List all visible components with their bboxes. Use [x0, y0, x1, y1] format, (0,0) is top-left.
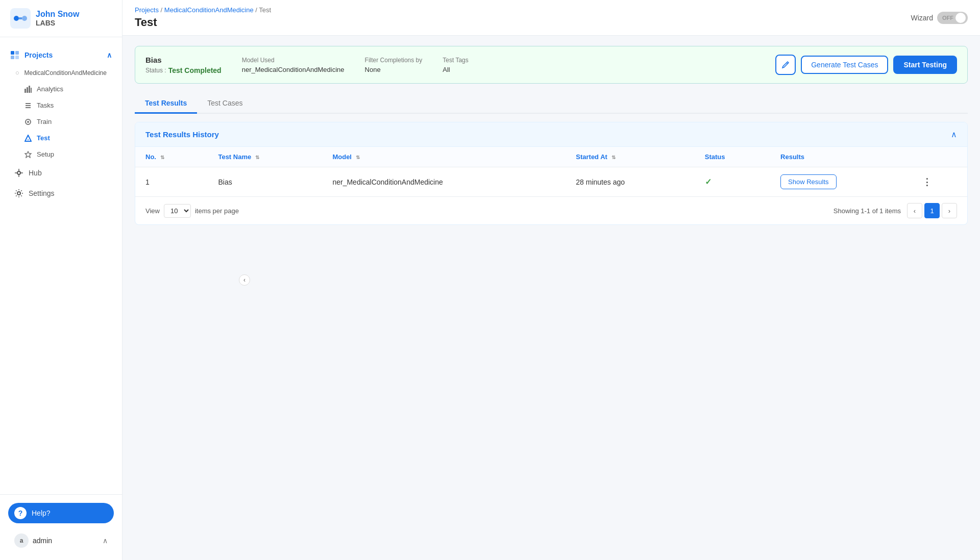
wizard-toggle[interactable]: OFF: [937, 12, 968, 24]
breadcrumb-projects[interactable]: Projects: [135, 6, 159, 14]
breadcrumb: Projects / MedicalConditionAndMedicine /…: [135, 6, 271, 14]
svg-rect-4: [11, 51, 14, 55]
page-header: Projects / MedicalConditionAndMedicine /…: [135, 6, 271, 29]
admin-chevron-icon: ∧: [103, 537, 108, 545]
help-button[interactable]: ? Help?: [8, 503, 114, 523]
sidebar-item-hub[interactable]: Hub: [4, 163, 118, 183]
start-testing-button[interactable]: Start Testing: [893, 56, 957, 74]
cell-results: Show Results: [770, 167, 912, 197]
tab-test-results[interactable]: Test Results: [135, 94, 197, 114]
project-item[interactable]: ○ MedicalConditionAndMedicine: [0, 65, 122, 81]
col-actions: [912, 147, 967, 167]
info-actions: Generate Test Cases Start Testing: [775, 55, 957, 75]
filter-value: None: [365, 66, 423, 73]
bias-field: Bias Status : Test Completed: [145, 56, 222, 74]
table-header: No. ⇅ Test Name ⇅ Model ⇅ Started At: [135, 147, 967, 167]
collapse-chevron-icon: ‹: [243, 276, 246, 284]
svg-rect-10: [29, 86, 30, 93]
sidebar-nav: Projects ∧ ○ MedicalConditionAndMedicine…: [0, 37, 122, 494]
svg-line-25: [787, 63, 788, 64]
logo-labs: LABS: [36, 19, 79, 27]
svg-point-1: [14, 16, 19, 21]
wizard-knob: [955, 13, 966, 23]
admin-label: admin: [33, 537, 52, 545]
results-history-header: Test Results History ∧: [135, 122, 967, 147]
train-icon: [24, 118, 32, 125]
filter-label: Filter Completions by: [365, 57, 423, 64]
tab-test-cases[interactable]: Test Cases: [197, 94, 253, 114]
model-used-field: Model Used ner_MedicalConditionAndMedici…: [242, 57, 345, 73]
breadcrumb-project[interactable]: MedicalConditionAndMedicine: [164, 6, 254, 14]
edit-icon: [781, 61, 790, 69]
logo-area: John Snow LABS: [0, 0, 122, 37]
sidebar-item-setup[interactable]: Setup: [14, 146, 118, 162]
page-1-button[interactable]: 1: [924, 203, 940, 218]
settings-icon: [14, 189, 23, 198]
more-menu-icon[interactable]: ⋮: [922, 177, 932, 187]
sidebar-item-analytics[interactable]: Analytics: [14, 81, 118, 97]
results-history-title: Test Results History: [145, 130, 219, 139]
svg-marker-17: [25, 135, 31, 141]
pagination-info: Showing 1-1 of 1 items: [834, 207, 901, 215]
results-history-card: Test Results History ∧ No. ⇅ Test Name ⇅: [135, 122, 968, 225]
table-body: 1 Bias ner_MedicalConditionAndMedicine 2…: [135, 167, 967, 197]
status-label: Status :: [145, 67, 166, 74]
sidebar-item-train[interactable]: Train: [14, 114, 118, 130]
edit-button[interactable]: [775, 55, 796, 75]
prev-page-button[interactable]: ‹: [907, 203, 922, 218]
sidebar-item-settings[interactable]: Settings: [4, 184, 118, 203]
sort-model-icon[interactable]: ⇅: [356, 155, 360, 160]
test-icon: [24, 135, 32, 142]
analytics-label: Analytics: [37, 85, 63, 93]
per-page-select[interactable]: 10 25 50: [164, 204, 191, 218]
generate-test-cases-button[interactable]: Generate Test Cases: [801, 56, 888, 74]
projects-nav-label: Projects: [24, 51, 53, 59]
svg-point-2: [22, 16, 27, 21]
sidebar: John Snow LABS Projects ∧ ○ MedicalCondi…: [0, 0, 122, 560]
sort-name-icon[interactable]: ⇅: [255, 155, 259, 160]
sidebar-item-tasks[interactable]: Tasks: [14, 97, 118, 113]
project-name: MedicalConditionAndMedicine: [24, 69, 106, 77]
model-used-label: Model Used: [242, 57, 345, 64]
tags-field: Test Tags All: [443, 57, 468, 73]
results-table: No. ⇅ Test Name ⇅ Model ⇅ Started At: [135, 147, 967, 196]
bias-value: Bias: [145, 56, 222, 64]
results-history-collapse-icon[interactable]: ∧: [951, 130, 957, 139]
svg-rect-8: [24, 89, 26, 93]
svg-rect-5: [15, 51, 19, 55]
next-page-button[interactable]: ›: [942, 203, 957, 218]
pagination-row: View 10 25 50 items per page Showing 1-1…: [135, 196, 967, 224]
setup-label: Setup: [37, 150, 54, 158]
sidebar-collapse-button[interactable]: ‹: [239, 274, 250, 286]
projects-icon: [10, 50, 19, 60]
svg-point-16: [27, 121, 29, 123]
hub-icon: [14, 168, 23, 177]
svg-rect-7: [15, 56, 19, 59]
items-per-page-label: items per page: [195, 207, 239, 215]
status-value: Test Completed: [168, 66, 222, 74]
wizard-label: Wizard: [911, 14, 933, 22]
svg-rect-3: [19, 17, 22, 19]
admin-row[interactable]: a admin ∧: [8, 529, 114, 552]
info-card: Bias Status : Test Completed Model Used …: [135, 46, 968, 84]
help-icon: ?: [14, 507, 27, 519]
table-row: 1 Bias ner_MedicalConditionAndMedicine 2…: [135, 167, 967, 197]
sort-no-icon[interactable]: ⇅: [160, 155, 164, 160]
svg-point-24: [17, 192, 20, 195]
tab-test-results-label: Test Results: [145, 99, 187, 107]
col-no: No. ⇅: [135, 147, 208, 167]
view-row: View 10 25 50 items per page: [145, 204, 239, 218]
tags-value: All: [443, 66, 468, 73]
col-results: Results: [770, 147, 912, 167]
cell-model: ner_MedicalConditionAndMedicine: [322, 167, 566, 197]
project-sub-nav: Analytics Tasks Train: [0, 81, 122, 162]
sidebar-projects-header[interactable]: Projects ∧: [0, 45, 122, 65]
sidebar-item-test[interactable]: Test: [14, 130, 118, 146]
show-results-button[interactable]: Show Results: [780, 174, 836, 189]
main-content: ‹ Projects / MedicalConditionAndMedicine…: [122, 0, 980, 560]
help-label: Help?: [32, 509, 51, 517]
sort-started-icon[interactable]: ⇅: [611, 155, 616, 160]
page-title: Test: [135, 16, 271, 29]
analytics-icon: [24, 86, 32, 93]
page-content: Bias Status : Test Completed Model Used …: [122, 36, 980, 560]
